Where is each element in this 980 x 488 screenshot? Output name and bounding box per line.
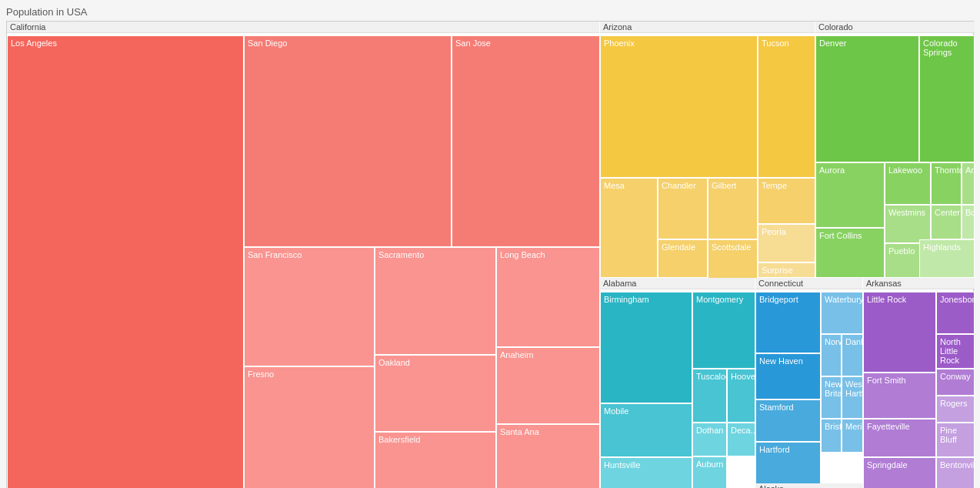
city-mesa[interactable]: Mesa <box>600 178 658 278</box>
city-hoover[interactable]: Hoover <box>727 369 755 423</box>
state-label-arkansas: Arkansas <box>863 278 975 289</box>
city-meriden[interactable]: Meride <box>842 419 863 453</box>
city-birmingham[interactable]: Birmingham <box>600 292 692 403</box>
city-montgomery[interactable]: Montgomery <box>692 292 755 369</box>
city-dothan[interactable]: Dothan <box>692 423 727 456</box>
city-sacramento[interactable]: Sacramento <box>375 247 496 355</box>
city-new-britain[interactable]: New Britain <box>821 376 842 419</box>
city-little-rock[interactable]: Little Rock <box>863 292 936 373</box>
city-stamford[interactable]: Stamford <box>755 399 821 442</box>
city-arvada[interactable]: Arvada <box>962 162 975 205</box>
chart-container: Population in USA California Arizona Col… <box>0 0 980 488</box>
city-phoenix[interactable]: Phoenix <box>600 35 758 178</box>
city-chandler[interactable]: Chandler <box>658 178 708 239</box>
city-boulder[interactable]: Boulde <box>962 205 975 239</box>
city-rogers[interactable]: Rogers <box>936 396 975 423</box>
city-west-hartford[interactable]: West Hartfo <box>842 376 863 419</box>
city-fort-smith[interactable]: Fort Smith <box>863 373 936 419</box>
state-label-colorado: Colorado <box>815 22 975 33</box>
city-san-diego[interactable]: San Diego <box>244 35 452 247</box>
city-westminster[interactable]: Westmins <box>885 205 931 243</box>
city-norwalk[interactable]: Norwa <box>821 334 842 376</box>
city-colorado-springs[interactable]: Colorado Springs <box>919 35 975 162</box>
city-glendale[interactable]: Glendale <box>658 239 708 278</box>
city-fresno[interactable]: Fresno <box>244 366 375 488</box>
city-bristol[interactable]: Bristol <box>821 419 842 453</box>
city-north-little-rock[interactable]: North Little Rock <box>936 334 975 369</box>
state-label-arizona: Arizona <box>600 22 815 33</box>
city-surprise[interactable]: Surprise <box>758 262 815 278</box>
city-pine-bluff[interactable]: Pine Bluff <box>936 423 975 457</box>
city-bridgeport[interactable]: Bridgeport <box>755 292 821 353</box>
city-tucson[interactable]: Tucson <box>758 35 815 178</box>
city-jonesboro[interactable]: Jonesboro <box>936 292 975 334</box>
city-anaheim[interactable]: Anaheim <box>496 347 600 424</box>
city-bakersfield[interactable]: Bakersfield <box>375 432 496 488</box>
city-lakewood[interactable]: Lakewoo <box>885 162 931 205</box>
city-mobile[interactable]: Mobile <box>600 403 692 457</box>
city-bentonville[interactable]: Bentonvill <box>936 457 975 488</box>
city-san-jose[interactable]: San Jose <box>452 35 600 247</box>
city-decatur[interactable]: Deca... <box>727 423 755 456</box>
city-peoria[interactable]: Peoria <box>758 224 815 262</box>
city-los-angeles[interactable]: Los Angeles <box>7 35 244 488</box>
city-springdale[interactable]: Springdale <box>863 457 936 488</box>
chart-title: Population in USA <box>6 6 974 18</box>
city-conway[interactable]: Conway <box>936 369 975 396</box>
city-long-beach[interactable]: Long Beach <box>496 247 600 347</box>
treemap-root: California Arizona Colorado Alabama Conn… <box>6 21 974 488</box>
city-huntsville[interactable]: Huntsville <box>600 457 692 488</box>
city-highlands-ranch[interactable]: Highlands <box>919 239 975 278</box>
state-label-california: California <box>7 22 600 33</box>
state-label-alabama: Alabama <box>600 278 755 289</box>
city-centennial[interactable]: Center <box>931 205 962 239</box>
city-fort-collins[interactable]: Fort Collins <box>815 228 885 278</box>
city-oakland[interactable]: Oakland <box>375 355 496 432</box>
city-santa-ana[interactable]: Santa Ana <box>496 424 600 488</box>
state-label-alaska: Alaska <box>755 483 863 488</box>
city-new-haven[interactable]: New Haven <box>755 353 821 399</box>
city-tempe[interactable]: Tempe <box>758 178 815 224</box>
city-danbury[interactable]: Danbu <box>842 334 863 376</box>
state-label-connecticut: Connecticut <box>755 278 863 289</box>
city-san-francisco[interactable]: San Francisco <box>244 247 375 366</box>
city-fayetteville[interactable]: Fayetteville <box>863 419 936 457</box>
city-aurora[interactable]: Aurora <box>815 162 885 228</box>
city-denver[interactable]: Denver <box>815 35 919 162</box>
city-waterbury[interactable]: Waterbury <box>821 292 863 334</box>
city-tuscaloosa[interactable]: Tuscaloos <box>692 369 727 423</box>
city-auburn[interactable]: Auburn <box>692 456 727 488</box>
city-hartford[interactable]: Hartford <box>755 442 821 488</box>
city-gilbert[interactable]: Gilbert <box>708 178 758 239</box>
city-thornton[interactable]: Thornto <box>931 162 962 205</box>
